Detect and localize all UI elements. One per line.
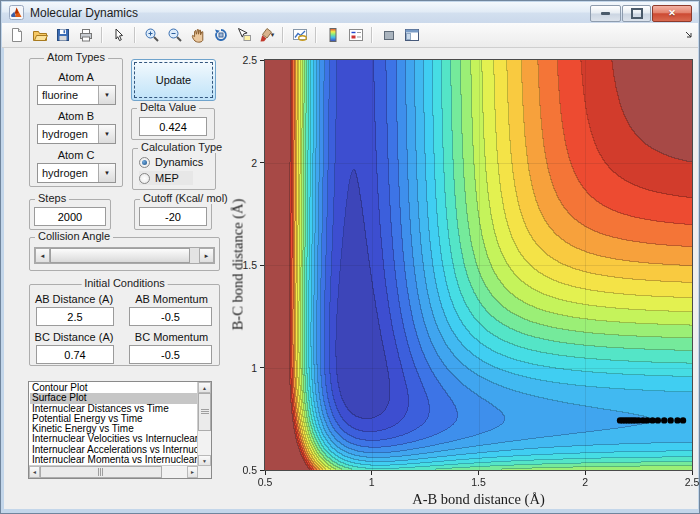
vertical-scrollbar[interactable]: ▲ ▼: [197, 382, 211, 466]
plot-type-listbox[interactable]: Contour Plot Surface Plot Internuclear D…: [28, 381, 212, 479]
slider-right-arrow-icon[interactable]: ►: [199, 248, 214, 263]
edit-plot-button[interactable]: [108, 25, 129, 45]
maximize-button[interactable]: [622, 5, 651, 22]
print-figure-button[interactable]: [75, 25, 96, 45]
thumb-grip: [98, 468, 104, 476]
cutoff-input[interactable]: [139, 207, 207, 226]
open-file-button[interactable]: [29, 25, 50, 45]
atom-b-select[interactable]: hydrogen ▼: [37, 124, 116, 144]
radio-dynamics[interactable]: Dynamics: [139, 155, 203, 169]
bc-distance-label: BC Distance (A): [34, 331, 114, 343]
scroll-up-icon[interactable]: ▲: [198, 382, 211, 393]
list-item[interactable]: Contour Plot: [30, 383, 197, 393]
save-figure-button[interactable]: [52, 25, 73, 45]
chevron-down-icon[interactable]: ▼: [98, 125, 115, 143]
colorbar-icon: [325, 27, 341, 43]
delta-value-input[interactable]: [139, 117, 207, 136]
show-plot-tools-icon: [404, 27, 420, 43]
x-tick-label: 2.5: [677, 476, 700, 488]
pes-canvas[interactable]: [265, 60, 692, 470]
slider-track[interactable]: [190, 248, 199, 263]
atom-a-label: Atom A: [29, 71, 123, 83]
pes-contour-plot[interactable]: 0.511.522.5 0.511.522.5 A-B bond distanc…: [264, 59, 693, 471]
minimize-icon: [601, 12, 610, 15]
scrollbar-corner: [198, 466, 211, 478]
steps-title: Steps: [35, 192, 69, 204]
minimize-button[interactable]: [590, 5, 621, 22]
list-item[interactable]: Internuclear Momenta vs Internuclear Dis…: [30, 455, 197, 465]
bc-momentum-input[interactable]: [129, 345, 212, 364]
list-item[interactable]: Internuclear Velocities vs Internuclear …: [30, 434, 197, 444]
vertical-scroll-thumb[interactable]: [198, 393, 211, 431]
zoom-in-icon: [144, 27, 160, 43]
ab-momentum-label: AB Momentum: [129, 293, 214, 305]
brush-data-button[interactable]: ▼: [256, 25, 277, 45]
window-title: Molecular Dynamics: [30, 6, 138, 20]
y-tick-mark: [260, 162, 264, 163]
collision-angle-slider[interactable]: ◄ ►: [34, 247, 215, 264]
list-item[interactable]: Potential Energy vs Time: [30, 414, 197, 424]
scroll-down-icon[interactable]: ▼: [198, 455, 211, 466]
thumb-grip: [201, 409, 209, 415]
plot-type-list: Contour Plot Surface Plot Internuclear D…: [30, 383, 197, 465]
list-item[interactable]: Surface Plot: [30, 393, 197, 403]
bc-momentum-label: BC Momentum: [129, 331, 214, 343]
atom-a-select[interactable]: fluorine ▼: [37, 85, 116, 105]
brush-dropdown-icon[interactable]: ▼: [270, 32, 276, 38]
zoom-in-button[interactable]: [141, 25, 162, 45]
print-icon: [78, 27, 94, 43]
matlab-app-icon: [9, 5, 24, 20]
scroll-left-icon[interactable]: ◄: [29, 466, 40, 478]
cursor-arrow-icon: [111, 27, 127, 43]
atom-b-value: hydrogen: [42, 128, 88, 140]
slider-left-arrow-icon[interactable]: ◄: [35, 248, 50, 263]
hide-plot-tools-button[interactable]: [378, 25, 399, 45]
steps-input[interactable]: [34, 207, 106, 226]
atom-types-title: Atom Types: [44, 51, 108, 63]
horizontal-scroll-thumb[interactable]: [40, 466, 162, 478]
radio-dynamics-label: Dynamics: [155, 156, 203, 168]
atom-c-select[interactable]: hydrogen ▼: [37, 163, 116, 183]
x-tick-label: 0.5: [250, 476, 280, 488]
update-button[interactable]: Update: [131, 59, 216, 101]
chevron-down-icon[interactable]: ▼: [98, 164, 115, 182]
toolbar-separator: [371, 27, 373, 43]
list-item[interactable]: Kinetic Energy vs Time: [30, 424, 197, 434]
scroll-right-icon[interactable]: ►: [187, 466, 198, 478]
atom-c-label: Atom C: [29, 149, 123, 161]
rotate-3d-button[interactable]: [210, 25, 231, 45]
title-bar[interactable]: Molecular Dynamics ✕: [2, 2, 698, 24]
new-figure-button[interactable]: [6, 25, 27, 45]
pan-hand-icon: [190, 27, 206, 43]
data-cursor-button[interactable]: [233, 25, 254, 45]
zoom-out-button[interactable]: [164, 25, 185, 45]
pan-button[interactable]: [187, 25, 208, 45]
radio-dot-mep[interactable]: [139, 173, 150, 184]
show-plot-tools-button[interactable]: [401, 25, 422, 45]
insert-legend-button[interactable]: [345, 25, 366, 45]
close-icon: ✕: [668, 9, 676, 18]
x-axis-label: A-B bond distance (Å): [265, 491, 692, 508]
bc-distance-input[interactable]: [36, 345, 114, 364]
legend-icon: [348, 27, 364, 43]
radio-dot-dynamics[interactable]: [139, 157, 150, 168]
list-item[interactable]: Internuclear Accelerations vs Internucle…: [30, 445, 197, 455]
chevron-down-icon[interactable]: ▼: [98, 86, 115, 104]
slider-thumb[interactable]: [50, 248, 190, 263]
ab-momentum-input[interactable]: [129, 307, 212, 326]
link-plot-button[interactable]: [289, 25, 310, 45]
initial-conditions-title: Initial Conditions: [81, 277, 168, 289]
data-cursor-icon: [236, 27, 252, 43]
atom-b-label: Atom B: [29, 110, 123, 122]
list-item[interactable]: Internuclear Distances vs Time: [30, 404, 197, 414]
x-tick-label: 1.5: [464, 476, 494, 488]
close-button[interactable]: ✕: [652, 5, 692, 22]
toolbar-overflow-icon[interactable]: [685, 31, 693, 39]
insert-colorbar-button[interactable]: [322, 25, 343, 45]
x-tick-mark: [692, 471, 693, 475]
horizontal-scrollbar[interactable]: ◄ ►: [29, 465, 198, 478]
ab-distance-input[interactable]: [36, 307, 114, 326]
radio-mep[interactable]: MEP: [139, 171, 193, 185]
collision-angle-title: Collision Angle: [35, 230, 113, 242]
toolbar-separator: [315, 27, 317, 43]
